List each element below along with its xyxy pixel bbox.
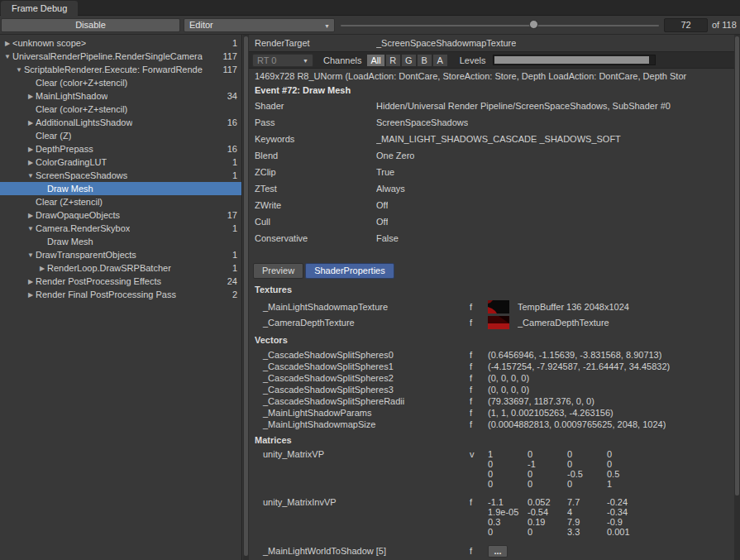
disable-button[interactable]: Disable <box>1 18 180 32</box>
tree-item[interactable]: ▼UniversalRenderPipeline.RenderSingleCam… <box>0 50 241 63</box>
tree-item[interactable]: ▶Render Final PostProcessing Pass2 <box>0 288 241 301</box>
property-label: Cull <box>255 217 376 227</box>
tree-item[interactable]: ▼Camera.RenderSkybox1 <box>0 222 241 235</box>
frame-slider-track[interactable] <box>341 25 659 26</box>
frame-number-input[interactable]: 72 <box>664 18 708 32</box>
channel-a-button[interactable]: A <box>432 54 448 67</box>
tree-item-count: 1 <box>232 250 241 260</box>
channel-g-button[interactable]: G <box>401 54 417 67</box>
tree-item-label: Clear (color+Z+stencil) <box>36 104 127 114</box>
tree-item-count: 117 <box>222 51 241 61</box>
expander-icon[interactable]: ▶ <box>26 146 36 153</box>
expand-array-button[interactable]: ... <box>488 545 508 558</box>
property-row: ZTestAlways <box>249 180 734 197</box>
expander-icon[interactable]: ▶ <box>26 119 36 127</box>
matrix-cell: -0.34 <box>607 507 647 517</box>
tree-item[interactable]: ▼DrawTransparentObjects1 <box>0 248 241 261</box>
target-dropdown[interactable]: Editor ▼ <box>184 18 335 32</box>
tree-scrollbar-thumb[interactable] <box>244 36 248 556</box>
matrix-cell: 0 <box>567 479 607 489</box>
tree-item[interactable]: ▶RenderLoop.DrawSRPBatcher1 <box>0 261 241 275</box>
tree-scrollbar[interactable] <box>243 35 249 560</box>
property-row: ZClipTrue <box>249 164 734 180</box>
vector-name: _CascadeShadowSplitSpheres2 <box>249 373 470 383</box>
vector-value: (1, 1, 0.002105263, -4.263156) <box>488 408 613 418</box>
expander-icon[interactable]: ▶ <box>26 159 36 166</box>
render-target-row: RenderTarget _ScreenSpaceShadowmapTextur… <box>249 35 734 51</box>
event-details-panel: RenderTarget _ScreenSpaceShadowmapTextur… <box>249 35 734 560</box>
chevron-down-icon: ▼ <box>324 20 330 32</box>
tree-item[interactable]: Draw Mesh <box>0 235 241 248</box>
render-target-label: RenderTarget <box>255 38 376 48</box>
levels-slider[interactable] <box>493 55 656 65</box>
tree-item[interactable]: ▶Render PostProcessing Effects24 <box>0 275 241 288</box>
matrix-array-type: f <box>470 546 488 556</box>
expander-icon[interactable]: ▼ <box>26 172 36 179</box>
tree-item[interactable]: ▶DepthPrepass16 <box>0 142 241 156</box>
tree-item-count: 17 <box>227 210 241 220</box>
texture-value: TempBuffer 136 2048x1024 <box>518 302 629 312</box>
tree-item[interactable]: ▶DrawOpaqueObjects17 <box>0 208 241 222</box>
tab-preview[interactable]: Preview <box>253 263 303 279</box>
vector-name: _CascadeShadowSplitSpheres3 <box>249 385 470 395</box>
channel-all-button[interactable]: All <box>366 54 384 67</box>
depth-texture-thumbnail[interactable] <box>488 316 509 329</box>
property-value: Always <box>376 184 405 194</box>
expander-icon[interactable]: ▶ <box>26 93 36 100</box>
tree-item-label: Clear (Z) <box>36 131 71 141</box>
details-scrollbar-thumb[interactable] <box>735 36 739 495</box>
tree-item[interactable]: ▶ColorGradingLUT1 <box>0 156 241 169</box>
tree-item[interactable]: ▼ScriptableRenderer.Execute: ForwardRend… <box>0 63 241 76</box>
property-label: ZClip <box>255 167 376 177</box>
channel-r-button[interactable]: R <box>385 54 401 67</box>
expander-icon[interactable]: ▶ <box>2 40 12 47</box>
tab-shader-properties[interactable]: ShaderProperties <box>305 263 394 279</box>
tree-item[interactable]: ▶MainLightShadow34 <box>0 89 241 103</box>
render-target-info: 1469x728 R8_UNorm (LoadAction: DontCare,… <box>249 69 734 84</box>
tree-item-label: DrawTransparentObjects <box>36 250 136 260</box>
frame-slider-thumb[interactable] <box>529 20 538 29</box>
tree-item-label: ScreenSpaceShadows <box>36 170 127 180</box>
matrix-cell: 0.19 <box>528 517 567 527</box>
expander-icon[interactable]: ▶ <box>37 265 47 272</box>
expander-icon[interactable]: ▼ <box>26 225 36 232</box>
expander-icon[interactable]: ▼ <box>14 66 24 74</box>
matrix-cell: 0.5 <box>607 469 647 479</box>
matrix-cell: 1 <box>607 479 647 489</box>
property-value: Off <box>376 200 388 210</box>
expander-icon[interactable]: ▼ <box>2 53 12 60</box>
rt-index-dropdown[interactable]: RT 0 ▼ <box>252 54 313 67</box>
tree-item[interactable]: Clear (color+Z+stencil) <box>0 103 241 116</box>
matrix-cell: 0 <box>607 449 647 459</box>
channel-b-button[interactable]: B <box>417 54 432 67</box>
matrix-values: -1.10.0527.7-0.24 1.9e-05-0.544-0.34 0.3… <box>488 497 647 537</box>
tree-item-count: 1 <box>232 223 241 233</box>
tree-item[interactable]: ▼ScreenSpaceShadows1 <box>0 169 241 182</box>
property-value: False <box>376 233 399 243</box>
levels-slider-fill[interactable] <box>494 56 649 64</box>
tree-item[interactable]: Clear (Z) <box>0 129 241 142</box>
tree-item-selected[interactable]: Draw Mesh <box>0 182 241 195</box>
shadowmap-texture-thumbnail[interactable] <box>488 300 509 314</box>
tree-item-label: Camera.RenderSkybox <box>36 223 130 233</box>
expander-icon[interactable]: ▶ <box>26 212 36 219</box>
expander-icon[interactable]: ▶ <box>26 278 36 285</box>
tree-item[interactable]: Clear (color+Z+stencil) <box>0 76 241 89</box>
property-row: PassScreenSpaceShadows <box>249 114 734 131</box>
matrix-values: 1000 0-100 00-0.50.5 0001 <box>488 449 647 489</box>
expander-icon[interactable]: ▼ <box>26 251 36 259</box>
levels-label: Levels <box>460 55 486 65</box>
matrix-type: f <box>470 497 488 507</box>
details-scrollbar[interactable] <box>734 35 740 560</box>
tree-item-label: AdditionalLightsShadow <box>36 117 132 127</box>
frame-debug-tab[interactable]: Frame Debug <box>1 1 78 16</box>
matrix-cell: -0.9 <box>607 517 647 527</box>
vector-name: _CascadeShadowSplitSpheres1 <box>249 361 470 371</box>
expander-icon[interactable]: ▶ <box>26 291 36 299</box>
tree-item[interactable]: ▶AdditionalLightsShadow16 <box>0 116 241 129</box>
property-label: Conservative <box>255 233 376 243</box>
tree-item[interactable]: ▶<unknown scope>1 <box>0 36 241 50</box>
tree-item-label: RenderLoop.DrawSRPBatcher <box>47 263 171 273</box>
tree-item[interactable]: Clear (Z+stencil) <box>0 195 241 208</box>
event-title: Event #72: Draw Mesh <box>249 84 734 98</box>
